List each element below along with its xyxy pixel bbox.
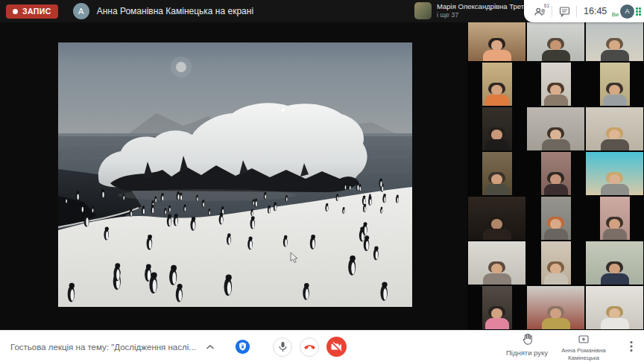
videocam-off-icon (331, 342, 342, 352)
participant-silhouette (483, 38, 511, 61)
extension-icon[interactable] (636, 7, 643, 16)
participant-tile[interactable] (585, 151, 644, 196)
participant-silhouette (485, 172, 509, 195)
more-options-button[interactable] (625, 340, 638, 353)
participant-video (482, 152, 512, 195)
microphone-button[interactable] (273, 337, 292, 357)
raise-hand-button[interactable]: Підняти руку (505, 333, 549, 357)
presenting-status: Анна Романівна Камінецька проводить през… (546, 333, 621, 362)
participant-silhouette (601, 172, 629, 195)
meeting-details-button[interactable] (203, 340, 217, 354)
participant-silhouette (485, 83, 509, 106)
participant-video (527, 286, 584, 329)
chat-icon (559, 6, 570, 17)
participant-silhouette (601, 127, 629, 150)
participant-tile[interactable] (467, 196, 526, 241)
participant-tile[interactable] (467, 17, 526, 62)
participant-video (482, 63, 512, 106)
participant-silhouette (542, 306, 570, 329)
participant-tile[interactable] (467, 107, 526, 151)
record-dot-icon (13, 9, 18, 14)
participant-tile[interactable] (526, 17, 585, 62)
participant-silhouette (483, 261, 511, 285)
participant-video (468, 18, 525, 61)
participant-silhouette (601, 261, 629, 285)
participants-grid (467, 17, 644, 330)
meet-header-panel: 61 16:45 Ви А (524, 0, 644, 22)
presenter-initial: А (78, 7, 83, 16)
participant-silhouette (542, 38, 570, 61)
clock: 16:45 (584, 6, 607, 16)
participant-silhouette (603, 217, 627, 240)
panel-divider (552, 6, 552, 17)
bottom-bar: Гостьова лекція на тему: "Дослідження на… (0, 330, 644, 362)
participant-tile[interactable] (526, 241, 585, 285)
participants-button[interactable]: 61 (530, 1, 549, 21)
meeting-title: Гостьова лекція на тему: "Дослідження на… (10, 343, 196, 352)
recording-label: ЗАПИС (22, 7, 51, 16)
participant-video (468, 241, 525, 285)
participant-tile[interactable] (467, 62, 526, 107)
raise-hand-icon (522, 333, 533, 345)
participant-tile[interactable] (585, 17, 644, 62)
you-avatar: А (620, 4, 634, 19)
participant-silhouette (601, 306, 629, 329)
recording-badge: ЗАПИС (6, 4, 58, 19)
participant-video (541, 241, 571, 285)
you-initial: А (625, 7, 629, 15)
leave-call-button[interactable] (300, 337, 319, 357)
participant-video (586, 18, 643, 61)
participant-video (541, 197, 571, 240)
participant-video (527, 107, 584, 150)
participant-video (468, 197, 525, 240)
participant-tile[interactable] (526, 107, 585, 151)
participant-silhouette (601, 38, 629, 61)
participant-tile[interactable] (526, 285, 585, 330)
participant-video (600, 197, 630, 240)
you-indicator: Ви А (612, 4, 644, 19)
participant-silhouette (544, 261, 568, 285)
participant-video (482, 107, 512, 150)
penguin-scene (58, 42, 412, 307)
participant-tile[interactable] (467, 241, 526, 285)
participant-tile[interactable] (585, 285, 644, 330)
toast-avatar (414, 2, 432, 19)
participant-silhouette (485, 127, 509, 150)
shared-screen (58, 42, 412, 307)
participant-tile[interactable] (467, 285, 526, 330)
participants-toast: Марія Олександрівна Третьяч... і ще 37 (414, 2, 541, 19)
participant-silhouette (544, 172, 568, 195)
participant-tile[interactable] (585, 241, 644, 285)
participant-tile[interactable] (585, 196, 644, 241)
participant-video (586, 286, 643, 329)
more-vert-icon (630, 340, 633, 352)
participant-tile[interactable] (526, 151, 585, 196)
participant-silhouette (544, 83, 568, 106)
presenting-line1: Анна Романівна Камінецька (546, 347, 621, 362)
camera-off-button[interactable] (326, 337, 347, 357)
presenting-title: Анна Романівна Камінецька на екрані (97, 6, 253, 16)
panel-divider (576, 6, 577, 17)
main-stage (0, 22, 467, 330)
you-label: Ви (612, 11, 619, 18)
participant-silhouette (544, 217, 568, 240)
mic-icon (278, 341, 288, 352)
raise-hand-label: Підняти руку (505, 349, 549, 357)
participant-video (586, 152, 643, 195)
participant-tile[interactable] (467, 151, 526, 196)
participant-video (600, 63, 630, 106)
participant-video (586, 241, 643, 285)
participant-tile[interactable] (526, 62, 585, 107)
participant-silhouette (483, 217, 511, 240)
host-controls-shield-icon[interactable] (235, 339, 250, 355)
participant-video (527, 18, 584, 61)
participants-count: 61 (544, 3, 549, 8)
present-screen-icon (578, 335, 589, 343)
participant-silhouette (603, 83, 627, 106)
chat-button[interactable] (555, 1, 574, 21)
participant-tile[interactable] (585, 62, 644, 107)
participant-tile[interactable] (526, 196, 585, 241)
call-end-icon (303, 343, 316, 350)
participant-video (482, 286, 512, 329)
participant-tile[interactable] (585, 107, 644, 151)
